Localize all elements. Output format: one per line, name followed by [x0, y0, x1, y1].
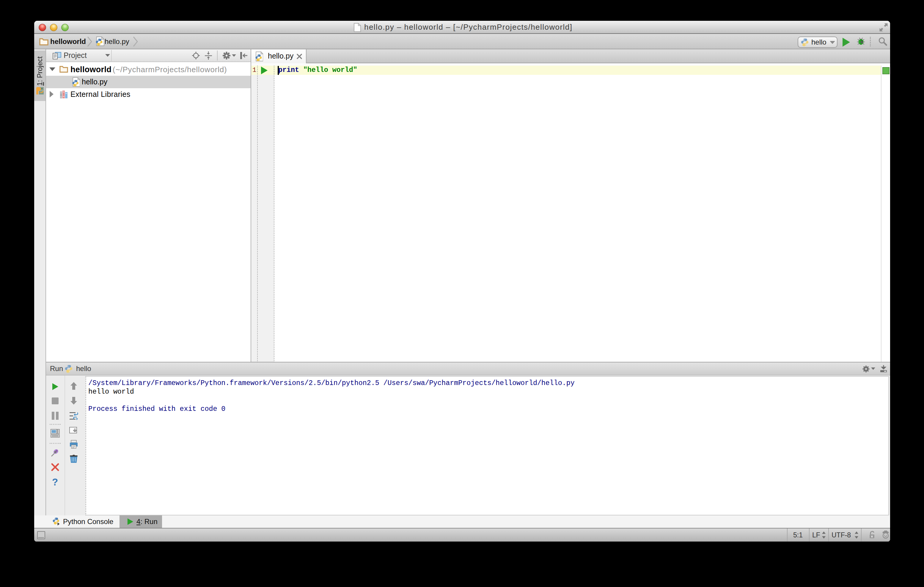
svg-text:1: Project: 1: Project [36, 56, 44, 86]
